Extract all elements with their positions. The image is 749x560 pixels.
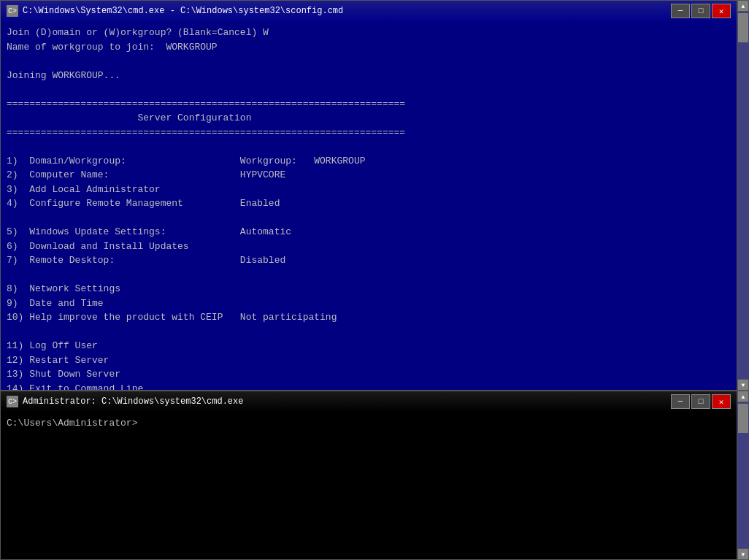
titlebar-sconfig: C> C:\Windows\System32\cmd.exe - C:\Wind… (1, 1, 737, 21)
close-button-sconfig[interactable]: ✕ (712, 4, 731, 18)
window-title-sconfig: C:\Windows\System32\cmd.exe - C:\Windows… (23, 6, 343, 16)
cmd-output-sconfig: Join (D)omain or (W)orkgroup? (Blank=Can… (7, 26, 731, 390)
close-button-admin[interactable]: ✕ (712, 394, 731, 409)
cmd-icon-admin: C> (7, 396, 18, 407)
scrollbar-track-sconfig[interactable] (737, 12, 749, 379)
titlebar-left-sconfig: C> C:\Windows\System32\cmd.exe - C:\Wind… (7, 5, 343, 17)
scrollbar-thumb-admin[interactable] (738, 404, 748, 433)
titlebar-controls-admin[interactable]: ─ □ ✕ (671, 394, 731, 409)
cmd-body-admin: C:\Users\Administrator> (1, 412, 737, 559)
cmd-window-admin[interactable]: C> Administrator: C:\Windows\system32\cm… (0, 391, 737, 560)
minimize-button-sconfig[interactable]: ─ (671, 4, 690, 18)
scrollbar-track-admin[interactable] (737, 402, 749, 548)
titlebar-admin: C> Administrator: C:\Windows\system32\cm… (1, 391, 737, 412)
cmd-prompt-admin: C:\Users\Administrator> (7, 416, 731, 431)
cmd-body-sconfig: Join (D)omain or (W)orkgroup? (Blank=Can… (1, 21, 737, 390)
scrollbar-admin[interactable]: ▲ ▼ (737, 391, 749, 560)
restore-button-sconfig[interactable]: □ (691, 4, 710, 18)
scrollbar-sconfig[interactable]: ▲ ▼ (737, 0, 749, 391)
scroll-down-btn-admin[interactable]: ▼ (737, 548, 749, 560)
titlebar-left-admin: C> Administrator: C:\Windows\system32\cm… (7, 396, 243, 407)
scroll-up-btn-sconfig[interactable]: ▲ (737, 0, 749, 12)
cmd-window-sconfig[interactable]: C> C:\Windows\System32\cmd.exe - C:\Wind… (0, 0, 737, 391)
window-title-admin: Administrator: C:\Windows\system32\cmd.e… (23, 396, 243, 407)
titlebar-controls-sconfig[interactable]: ─ □ ✕ (671, 4, 731, 18)
restore-button-admin[interactable]: □ (691, 394, 710, 409)
minimize-button-admin[interactable]: ─ (671, 394, 690, 409)
scroll-down-btn-sconfig[interactable]: ▼ (737, 379, 749, 391)
scrollbar-thumb-sconfig[interactable] (738, 13, 748, 42)
scroll-up-btn-admin[interactable]: ▲ (737, 391, 749, 402)
cmd-icon-sconfig: C> (7, 5, 18, 17)
